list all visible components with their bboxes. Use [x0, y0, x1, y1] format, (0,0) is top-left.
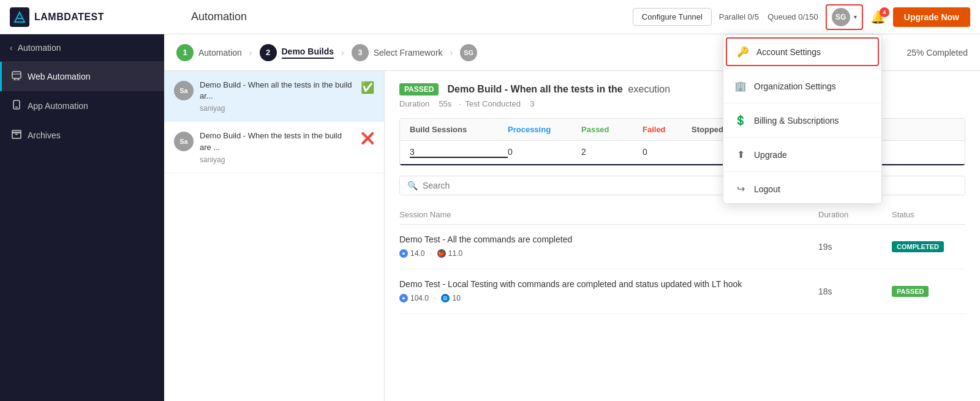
- session-row-1[interactable]: Demo Test - Local Testing with commands …: [399, 269, 965, 314]
- archives-icon: [12, 129, 21, 141]
- sidebar-item-web-automation[interactable]: Web Automation: [0, 62, 164, 91]
- build-name-1: Demo Build - When the tests in the build…: [200, 130, 355, 152]
- parallel-label: Parallel: [719, 12, 745, 21]
- session-name-1: Demo Test - Local Testing with commands …: [399, 279, 818, 289]
- sidebar: ‹ Automation Web Automation: [0, 34, 164, 401]
- build-user-0: saniyag: [200, 104, 355, 113]
- org-settings-label: Organization Settings: [754, 81, 836, 91]
- header-left: LAMBDATEST Automation: [10, 7, 247, 27]
- upgrade-label: Upgrade: [754, 150, 787, 160]
- step-1-label: Automation: [198, 48, 242, 58]
- chrome-icon-1: ●: [399, 294, 408, 302]
- sidebar-back-button[interactable]: ‹ Automation: [0, 34, 164, 62]
- svg-rect-8: [13, 100, 20, 109]
- session-row-0[interactable]: Demo Test - All the commands are complet…: [399, 225, 965, 269]
- wizard-step-2: 2 Demo Builds: [260, 44, 334, 61]
- build-detail-title: Demo Build - When all the tests in the e…: [447, 84, 670, 95]
- build-item-1[interactable]: Sa Demo Build - When the tests in the bu…: [164, 122, 384, 173]
- account-settings-icon: 🔑: [737, 46, 749, 58]
- build-avatar-0: Sa: [174, 81, 194, 100]
- build-user-1: saniyag: [200, 156, 355, 164]
- duration-value: 55s: [439, 99, 451, 108]
- upgrade-icon: ⬆: [734, 149, 747, 160]
- billing-icon: 💲: [734, 114, 747, 126]
- build-item-0[interactable]: Sa Demo Build - When all the tests in th…: [164, 71, 384, 122]
- session-name-area-0: Demo Test - All the commands are complet…: [399, 234, 818, 259]
- wizard-step-1: 1 Automation: [176, 44, 242, 61]
- configure-tunnel-button[interactable]: Configure Tunnel: [633, 8, 712, 26]
- dropdown-account-settings[interactable]: 🔑 Account Settings: [726, 37, 879, 66]
- chrome-icon-0: ●: [399, 249, 408, 258]
- session-os-0: 🍎 11.0: [437, 249, 462, 258]
- stats-col-sessions: Build Sessions: [410, 125, 508, 134]
- notification-button[interactable]: 🔔 4: [870, 10, 886, 24]
- sidebar-item-app-automation[interactable]: App Automation: [0, 91, 164, 121]
- status-check-icon-0: ✅: [361, 81, 374, 94]
- build-status-1: ❌: [361, 132, 374, 145]
- dropdown-divider-4: [723, 171, 881, 172]
- org-settings-icon: 🏢: [734, 80, 747, 92]
- stats-val-sessions[interactable]: 3: [410, 147, 508, 158]
- sessions-col-status: Status: [892, 210, 965, 219]
- sidebar-item-archives[interactable]: Archives: [0, 121, 164, 150]
- session-status-area-0: COMPLETED: [892, 234, 965, 259]
- session-meta-1: ● 104.0 · ⊞ 10: [399, 293, 818, 304]
- session-name-0: Demo Test - All the commands are complet…: [399, 234, 818, 244]
- app-automation-icon: [12, 100, 21, 112]
- wizard-step-4: SG: [460, 44, 477, 61]
- dropdown-logout[interactable]: ↪ Logout: [723, 174, 881, 203]
- header-title: Automation: [181, 10, 247, 23]
- sessions-table-header: Session Name Duration Status: [399, 205, 965, 225]
- step-4-circle: SG: [460, 44, 477, 61]
- account-settings-label: Account Settings: [756, 47, 821, 57]
- sidebar-back-label: Automation: [18, 43, 61, 53]
- svg-rect-3: [12, 72, 21, 78]
- session-status-area-1: PASSED: [892, 279, 965, 304]
- build-list-pane: Sa Demo Build - When all the tests in th…: [164, 71, 385, 401]
- parallel-info: Parallel 0/5 Queued 0/150: [719, 12, 818, 21]
- user-menu-button[interactable]: SG ▾: [826, 4, 863, 30]
- build-detail-pane: PASSED Demo Build - When all the tests i…: [385, 71, 980, 401]
- sessions-col-duration: Duration: [818, 210, 892, 219]
- logo-text: LAMBDATEST: [34, 12, 104, 23]
- dropdown-upgrade[interactable]: ⬆ Upgrade: [723, 140, 881, 169]
- top-header: LAMBDATEST Automation Configure Tunnel P…: [0, 0, 980, 34]
- stats-val-failed: 0: [643, 147, 692, 158]
- step-2-label: Demo Builds: [282, 47, 334, 59]
- session-duration-0: 19s: [818, 234, 892, 259]
- build-info-1: Demo Build - When the tests in the build…: [200, 130, 355, 163]
- stats-val-passed: 2: [581, 147, 643, 158]
- dropdown-org-settings[interactable]: 🏢 Organization Settings: [723, 72, 881, 100]
- build-info-0: Demo Build - When all the tests in the b…: [200, 80, 355, 113]
- session-separator-1: ·: [434, 293, 436, 304]
- notification-badge: 4: [880, 7, 889, 17]
- queued-value: 0/150: [798, 12, 818, 21]
- stats-col-failed: Failed: [643, 125, 692, 134]
- logout-icon: ↪: [734, 183, 747, 195]
- step-arrow-2: ›: [341, 48, 344, 58]
- svg-rect-11: [12, 130, 21, 133]
- dropdown-billing[interactable]: 💲 Billing & Subscriptions: [723, 106, 881, 135]
- session-status-badge-0: COMPLETED: [892, 241, 944, 252]
- sidebar-label-web-automation: Web Automation: [28, 72, 90, 81]
- billing-label: Billing & Subscriptions: [754, 116, 839, 126]
- parallel-value: 0/5: [748, 12, 759, 21]
- upgrade-now-button[interactable]: Upgrade Now: [893, 7, 970, 27]
- conducted-label: Test Conducted: [466, 99, 521, 108]
- session-browser-1: ● 104.0: [399, 294, 429, 302]
- step-1-circle: 1: [176, 44, 194, 61]
- session-os-1: ⊞ 10: [441, 294, 460, 302]
- search-icon: 🔍: [407, 181, 418, 190]
- dropdown-divider-2: [723, 103, 881, 103]
- stats-col-passed: Passed: [581, 125, 643, 134]
- build-avatar-1: Sa: [174, 132, 194, 151]
- step-2-circle: 2: [260, 44, 277, 61]
- sidebar-label-archives: Archives: [28, 130, 61, 140]
- duration-label: Duration: [399, 99, 429, 108]
- session-grid-0: Demo Test - All the commands are complet…: [399, 234, 965, 259]
- build-name-0: Demo Build - When all the tests in the b…: [200, 80, 355, 102]
- sessions-table: Session Name Duration Status Demo Test -…: [399, 205, 965, 314]
- queued-label: Queued: [767, 12, 796, 21]
- lambdatest-logo-icon: [10, 7, 29, 27]
- logo-area: LAMBDATEST: [10, 7, 174, 27]
